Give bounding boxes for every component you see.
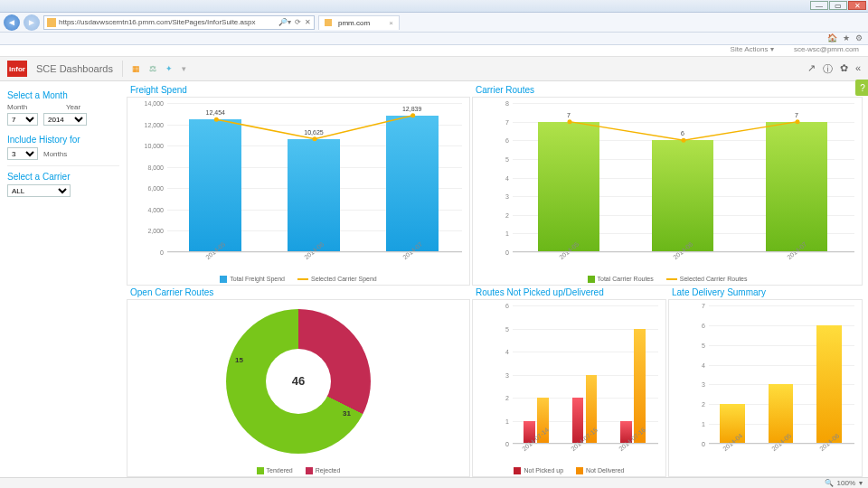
freight-spend-card: Freight Spend 02,0004,0006,0008,00010,00… xyxy=(127,85,470,286)
stop-icon[interactable]: ✕ xyxy=(305,18,311,26)
favorites-icon[interactable]: ★ xyxy=(843,33,850,42)
refresh-icon[interactable]: ⟳ xyxy=(295,18,301,26)
help-button[interactable]: ? xyxy=(855,80,868,96)
donut-tendered-label: 31 xyxy=(343,409,351,418)
collapse-icon[interactable]: « xyxy=(855,62,861,76)
tools-icon[interactable]: ⚙ xyxy=(855,33,863,42)
zoom-level: 100% xyxy=(837,479,855,487)
legend-not-picked: Not Picked up xyxy=(524,467,563,474)
nav-forward-button[interactable]: ► xyxy=(24,14,40,31)
legend-selected-freight: Selected Carrier Spend xyxy=(311,276,377,282)
not-picked-title: Routes Not Picked up/Delivered xyxy=(476,287,666,297)
user-menu[interactable]: sce-wsc@pmm.com xyxy=(794,45,859,53)
insights-icon[interactable]: ✦ xyxy=(165,64,173,73)
tab-close-icon[interactable]: × xyxy=(389,19,393,27)
filter-month-header: Select a Month xyxy=(7,90,119,100)
tab-favicon xyxy=(325,19,332,26)
year-label: Year xyxy=(66,103,119,111)
info-icon[interactable]: ⓘ xyxy=(823,62,833,76)
share-icon[interactable]: ↗ xyxy=(807,62,816,76)
browser-nav-bar: ◄ ► https://usdavwscemtn16.pmm.com/SiteP… xyxy=(0,13,868,33)
nav-back-button[interactable]: ◄ xyxy=(4,14,20,31)
browser-status-bar: 🔍 100% ▾ xyxy=(0,477,868,488)
reports-icon[interactable]: ⚖ xyxy=(149,64,156,73)
tab-label: pmm.com xyxy=(338,19,370,27)
window-titlebar: — ▭ ✕ xyxy=(0,0,868,13)
month-label: Month xyxy=(7,103,61,111)
legend-total-routes: Total Carrier Routes xyxy=(598,276,654,282)
dashboard-page: Select a Month Month Year 7 2014 Include… xyxy=(0,81,868,477)
dashboards-icon[interactable]: ▦ xyxy=(132,64,140,73)
freight-spend-chart[interactable]: 02,0004,0006,0008,00010,00012,00014,0001… xyxy=(127,97,470,286)
carrier-select[interactable]: ALL xyxy=(7,184,71,197)
not-picked-card: Routes Not Picked up/Delivered 012345620… xyxy=(472,287,666,477)
legend-selected-routes: Selected Carrier Routes xyxy=(680,276,748,282)
site-actions-menu[interactable]: Site Actions ▾ xyxy=(731,45,774,53)
window-close-button[interactable]: ✕ xyxy=(848,1,866,10)
open-routes-card: Open Carrier Routes 46 15 31 Tendered Re… xyxy=(127,287,470,477)
legend-rejected: Rejected xyxy=(316,467,341,474)
history-unit-label: Months xyxy=(43,150,119,158)
menu-dropdown-icon[interactable]: ▾ xyxy=(182,64,186,73)
open-routes-chart[interactable]: 46 15 31 Tendered Rejected xyxy=(127,299,470,477)
home-icon[interactable]: 🏠 xyxy=(827,33,837,42)
window-minimize-button[interactable]: — xyxy=(810,1,828,10)
carrier-routes-chart[interactable]: 01234567872014-0562014-0672014-07 Total … xyxy=(472,97,863,286)
month-select[interactable]: 7 xyxy=(7,113,38,126)
site-favicon xyxy=(47,18,56,27)
filter-history-header: Include History for xyxy=(7,135,119,145)
legend-not-delivered: Not Delivered xyxy=(586,467,624,474)
browser-tab[interactable]: pmm.com × xyxy=(318,15,400,30)
zoom-icon[interactable]: 🔍 xyxy=(825,479,834,487)
carrier-routes-card: Carrier Routes 01234567872014-0562014-06… xyxy=(472,85,863,286)
late-delivery-title: Late Delivery Summary xyxy=(672,287,863,297)
dashboard-grid: ? Freight Spend 02,0004,0006,0008,00010,… xyxy=(127,81,868,477)
late-delivery-card: Late Delivery Summary 012345672014-04201… xyxy=(668,287,863,477)
window-maximize-button[interactable]: ▭ xyxy=(829,1,847,10)
donut-total: 46 xyxy=(292,374,305,388)
sharepoint-strip: Site Actions ▾ sce-wsc@pmm.com xyxy=(0,45,868,56)
url-text: https://usdavwscemtn16.pmm.com/SitePages… xyxy=(59,18,255,26)
not-picked-chart[interactable]: 01234562014-07-142014-07-152014-07-16 No… xyxy=(472,299,666,477)
settings-icon[interactable]: ✿ xyxy=(840,62,848,76)
infor-logo: infor xyxy=(7,61,27,77)
filter-sidebar: Select a Month Month Year 7 2014 Include… xyxy=(0,81,127,477)
zoom-dropdown-icon[interactable]: ▾ xyxy=(859,479,863,487)
history-months-select[interactable]: 3 xyxy=(7,147,38,160)
open-routes-title: Open Carrier Routes xyxy=(130,287,470,297)
carrier-routes-title: Carrier Routes xyxy=(476,85,863,95)
late-delivery-chart[interactable]: 012345672014-042014-052014-06 xyxy=(668,299,863,477)
dashboard-title: SCE Dashboards xyxy=(36,63,113,74)
legend-total-freight: Total Freight Spend xyxy=(230,276,285,282)
address-bar[interactable]: https://usdavwscemtn16.pmm.com/SitePages… xyxy=(43,15,315,30)
donut-rejected-label: 15 xyxy=(235,356,243,364)
legend-tendered: Tendered xyxy=(267,467,293,474)
browser-command-bar: 🏠 ★ ⚙ xyxy=(0,33,868,45)
year-select[interactable]: 2014 xyxy=(43,113,87,126)
search-icon[interactable]: 🔎▾ xyxy=(278,18,291,26)
app-header: infor SCE Dashboards ▦ ⚖ ✦ ▾ ↗ ⓘ ✿ « xyxy=(0,56,868,81)
freight-spend-title: Freight Spend xyxy=(130,85,470,95)
filter-carrier-header: Select a Carrier xyxy=(7,172,119,182)
